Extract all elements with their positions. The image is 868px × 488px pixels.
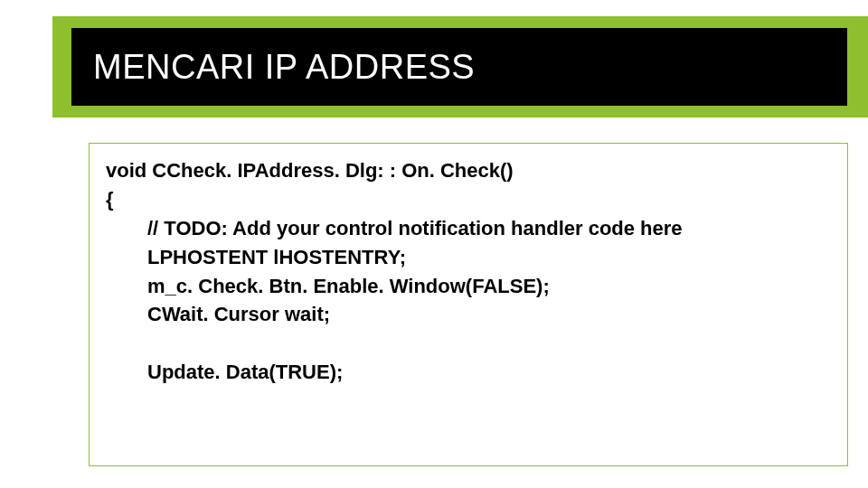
blank-line [106,329,831,358]
code-line: void CCheck. IPAddress. Dlg: : On. Check… [106,156,831,185]
code-line: // TODO: Add your control notification h… [106,214,831,243]
code-line: { [106,185,831,214]
slide-title-box: MENCARI IP ADDRESS [71,27,848,107]
slide: MENCARI IP ADDRESS void CCheck. IPAddres… [0,0,868,488]
code-line: CWait. Cursor wait; [106,300,831,329]
slide-title: MENCARI IP ADDRESS [93,48,475,87]
code-block: void CCheck. IPAddress. Dlg: : On. Check… [89,143,848,466]
code-line: m_c. Check. Btn. Enable. Window(FALSE); [106,272,831,301]
code-line: LPHOSTENT lHOSTENTRY; [106,243,831,272]
code-line: Update. Data(TRUE); [106,358,831,387]
